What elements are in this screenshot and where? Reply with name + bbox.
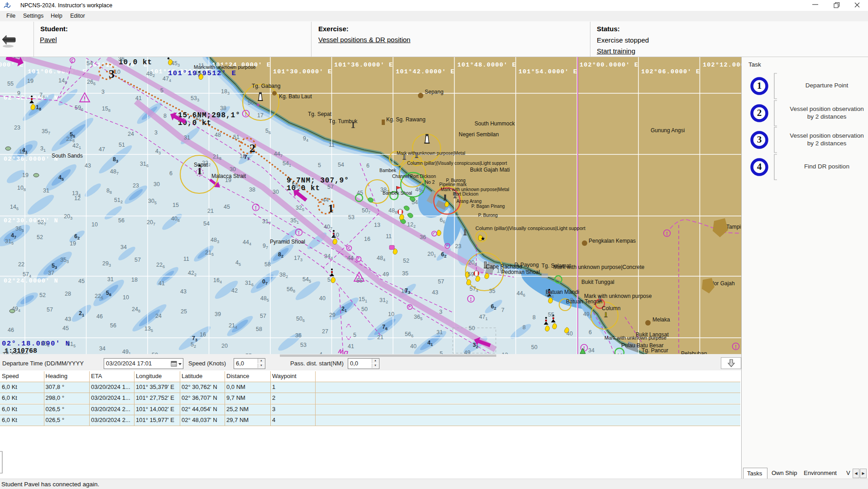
svg-text:10: 10 bbox=[123, 294, 129, 301]
svg-text:35: 35 bbox=[402, 270, 408, 277]
svg-text:13: 13 bbox=[374, 222, 380, 228]
svg-text:54: 54 bbox=[86, 60, 93, 67]
svg-text:Port Dickson: Port Dickson bbox=[453, 192, 479, 197]
svg-text:Tg. Sepat: Tg. Sepat bbox=[308, 111, 332, 117]
svg-text:5: 5 bbox=[318, 162, 321, 168]
svg-text:Column (pillar)|Visually consp: Column (pillar)|Visually conspicuous|Lig… bbox=[475, 225, 585, 231]
svg-text:24: 24 bbox=[128, 131, 134, 137]
svg-text:57: 57 bbox=[47, 307, 53, 313]
svg-text:P. Burong: P. Burong bbox=[478, 213, 498, 218]
svg-text:21: 21 bbox=[377, 334, 384, 340]
svg-text:43: 43 bbox=[85, 163, 91, 169]
svg-text:38: 38 bbox=[249, 187, 255, 193]
svg-text:35: 35 bbox=[489, 288, 495, 294]
svg-text:!: ! bbox=[245, 110, 247, 117]
svg-text:Arang Arang: Arang Arang bbox=[456, 199, 482, 204]
svg-text:Column: Column bbox=[602, 305, 620, 312]
svg-text:3: 3 bbox=[101, 89, 105, 95]
svg-text:!: ! bbox=[666, 230, 668, 237]
svg-text:55: 55 bbox=[7, 81, 14, 87]
svg-text:29: 29 bbox=[329, 312, 336, 318]
svg-text:19: 19 bbox=[70, 240, 76, 247]
svg-text:30: 30 bbox=[273, 189, 279, 195]
svg-text:50: 50 bbox=[361, 306, 368, 312]
svg-text:34: 34 bbox=[588, 347, 595, 354]
svg-text:27: 27 bbox=[322, 328, 328, 335]
svg-text:12: 12 bbox=[74, 195, 81, 201]
svg-text:43: 43 bbox=[180, 288, 187, 295]
svg-text:20: 20 bbox=[221, 343, 228, 349]
svg-text:Channel Port Dickson: Channel Port Dickson bbox=[392, 174, 436, 179]
svg-text:40: 40 bbox=[410, 343, 417, 350]
svg-text:Tampin: Tampin bbox=[726, 224, 741, 230]
svg-text:43: 43 bbox=[65, 316, 71, 322]
svg-text:46: 46 bbox=[96, 313, 103, 320]
svg-text:Mark with unknown purpose|Meta: Mark with unknown purpose|Metal bbox=[397, 151, 465, 156]
svg-text:10: 10 bbox=[91, 221, 98, 228]
svg-text:57: 57 bbox=[438, 278, 444, 285]
svg-text:52: 52 bbox=[403, 258, 409, 264]
svg-text:31: 31 bbox=[184, 134, 190, 141]
svg-text:45: 45 bbox=[357, 190, 363, 196]
svg-text:6: 6 bbox=[169, 170, 173, 177]
svg-text:21: 21 bbox=[207, 208, 214, 214]
svg-text:2: 2 bbox=[249, 142, 255, 155]
svg-text:49: 49 bbox=[383, 271, 389, 278]
svg-text:Tg. Tumbuk: Tg. Tumbuk bbox=[329, 118, 358, 125]
svg-text:19: 19 bbox=[225, 177, 231, 183]
svg-text:11: 11 bbox=[386, 233, 392, 240]
svg-text:02°.18.0090' N: 02°.18.0090' N bbox=[2, 340, 70, 348]
svg-text:57: 57 bbox=[260, 313, 266, 319]
svg-text:6: 6 bbox=[589, 329, 592, 336]
svg-text:59: 59 bbox=[468, 271, 474, 278]
svg-text:P. Burong: P. Burong bbox=[446, 178, 465, 183]
svg-text:Tg. Gabang: Tg. Gabang bbox=[252, 83, 280, 89]
svg-text:58: 58 bbox=[256, 326, 262, 332]
svg-text:54: 54 bbox=[203, 221, 210, 227]
svg-text:40: 40 bbox=[319, 295, 326, 302]
svg-text:101°36.0000' E: 101°36.0000' E bbox=[334, 62, 393, 68]
svg-text:15: 15 bbox=[173, 202, 179, 208]
svg-text:56: 56 bbox=[118, 217, 125, 224]
svg-text:101°54.0000' E: 101°54.0000' E bbox=[518, 68, 577, 75]
svg-text:58: 58 bbox=[264, 261, 271, 268]
svg-text:40: 40 bbox=[566, 331, 573, 337]
svg-text:Bambek: Bambek bbox=[379, 168, 397, 173]
svg-text:31: 31 bbox=[436, 329, 443, 336]
svg-text:54: 54 bbox=[338, 162, 344, 168]
svg-text:101°42.0000' E: 101°42.0000' E bbox=[396, 68, 455, 75]
svg-text:P. Bagan Pinang: P. Bagan Pinang bbox=[471, 204, 505, 209]
svg-text:51: 51 bbox=[233, 134, 240, 140]
svg-text:50: 50 bbox=[469, 325, 475, 331]
svg-text:23: 23 bbox=[455, 243, 461, 249]
svg-text:02°36.0000' N: 02°36.0000' N bbox=[4, 156, 58, 163]
svg-text:Sepang: Sepang bbox=[425, 89, 443, 95]
svg-text:48: 48 bbox=[215, 132, 221, 138]
svg-text:26: 26 bbox=[14, 57, 20, 59]
svg-text:Pengkalan Kempas: Pengkalan Kempas bbox=[589, 238, 636, 244]
svg-text:101°48.0000' E: 101°48.0000' E bbox=[457, 62, 516, 68]
svg-text:★: ★ bbox=[480, 235, 485, 242]
svg-text:No 2: No 2 bbox=[425, 179, 435, 185]
svg-text:15,6NM;298,1°: 15,6NM;298,1° bbox=[178, 111, 240, 120]
svg-text:46: 46 bbox=[8, 327, 14, 333]
svg-text:23: 23 bbox=[14, 125, 20, 131]
svg-text:45: 45 bbox=[78, 278, 85, 284]
svg-text:44: 44 bbox=[322, 197, 329, 203]
svg-text:✶: ✶ bbox=[256, 102, 260, 108]
svg-text:Bukit Gajah Mati: Bukit Gajah Mati bbox=[470, 167, 510, 173]
svg-text:36: 36 bbox=[295, 332, 302, 339]
svg-text:South Sands: South Sands bbox=[52, 153, 83, 159]
svg-text:7: 7 bbox=[501, 307, 504, 313]
svg-text:28: 28 bbox=[65, 291, 71, 297]
svg-text:10: 10 bbox=[114, 69, 120, 75]
svg-text:42: 42 bbox=[231, 288, 238, 294]
svg-text:4: 4 bbox=[5, 347, 8, 354]
svg-text:57: 57 bbox=[134, 257, 141, 263]
svg-text:17: 17 bbox=[257, 112, 264, 119]
svg-text:Mark with unknown purpose|Conc: Mark with unknown purpose|Concrete bbox=[553, 264, 645, 270]
svg-text:57: 57 bbox=[327, 184, 334, 190]
svg-text:23: 23 bbox=[133, 182, 139, 189]
svg-text:!: ! bbox=[470, 296, 472, 302]
svg-text:Melaka: Melaka bbox=[652, 316, 670, 323]
